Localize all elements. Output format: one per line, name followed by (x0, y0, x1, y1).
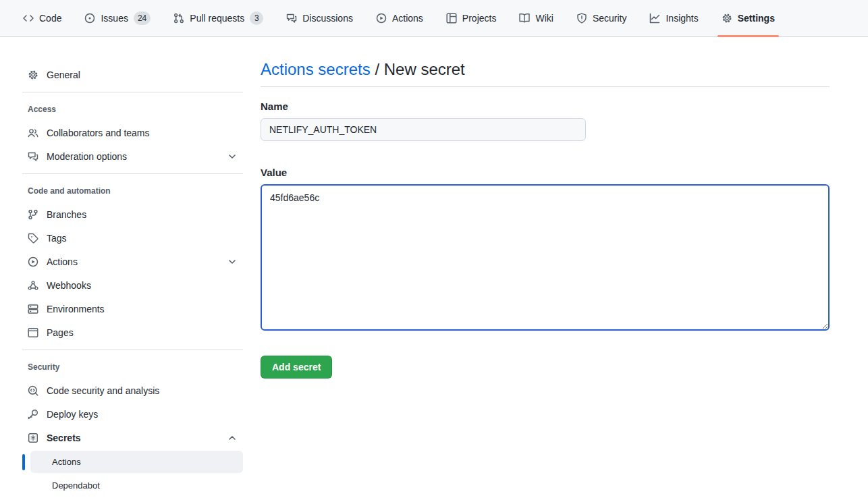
key-icon (28, 409, 38, 420)
git-pull-request-icon (173, 13, 184, 24)
sidebar-item-collaborators-and-teams[interactable]: Collaborators and teams (22, 122, 243, 143)
value-field-label: Value (261, 167, 830, 178)
gear-icon (28, 70, 38, 80)
add-secret-button[interactable]: Add secret (261, 356, 332, 379)
tab-security[interactable]: Security (570, 0, 634, 36)
play-icon (376, 13, 387, 24)
actions-secrets-breadcrumb-link[interactable]: Actions secrets (261, 60, 371, 78)
tab-label: Discussions (302, 13, 353, 24)
sidebar-item-webhooks[interactable]: Webhooks (22, 275, 243, 296)
sidebar-item-label: Actions (47, 256, 78, 267)
tab-label: Insights (666, 13, 698, 24)
heading-divider (261, 86, 830, 87)
sidebar-item-secrets[interactable]: Secrets (22, 427, 243, 448)
settings-sidebar: General Access Collaborators and teams M… (22, 37, 243, 500)
sidebar-section-title-security: Security (22, 360, 243, 374)
tab-wiki[interactable]: Wiki (512, 0, 560, 36)
page-title: Actions secrets / New secret (261, 59, 830, 80)
issues-count-badge: 24 (134, 11, 151, 25)
sidebar-item-actions[interactable]: Actions (22, 251, 243, 272)
comment-discussion-icon (286, 13, 297, 24)
tab-label: Issues (101, 13, 128, 24)
sidebar-item-tags[interactable]: Tags (22, 227, 243, 248)
sidebar-section-title-code-automation: Code and automation (22, 184, 243, 198)
tab-label: Settings (738, 13, 775, 24)
sidebar-item-label: Moderation options (47, 151, 127, 162)
sidebar-divider (22, 173, 243, 174)
git-branch-icon (28, 209, 38, 220)
graph-icon (649, 13, 660, 24)
sidebar-item-label: Dependabot (52, 480, 100, 491)
tab-label: Projects (462, 13, 497, 24)
main-content: Actions secrets / New secret Name Value … (243, 37, 868, 500)
sidebar-item-pages[interactable]: Pages (22, 322, 243, 343)
name-field-label: Name (261, 101, 830, 112)
sidebar-item-label: Collaborators and teams (47, 128, 150, 138)
tab-actions[interactable]: Actions (369, 0, 430, 36)
sidebar-subitem-actions-secrets[interactable]: Actions (30, 451, 243, 473)
tab-settings[interactable]: Settings (715, 0, 782, 36)
tab-label: Actions (392, 13, 423, 24)
tab-label: Code (39, 13, 61, 24)
breadcrumb-separator: / (371, 60, 384, 78)
tab-label: Security (593, 13, 627, 24)
sidebar-divider (22, 92, 243, 92)
play-icon (28, 256, 38, 267)
secret-name-input[interactable] (261, 118, 586, 141)
sidebar-item-label: Webhooks (47, 280, 91, 291)
sidebar-item-code-security-and-analysis[interactable]: Code security and analysis (22, 380, 243, 401)
chevron-down-icon (227, 151, 238, 162)
tab-insights[interactable]: Insights (643, 0, 705, 36)
secret-value-textarea[interactable]: 45fd6ae56c (261, 184, 830, 331)
shield-icon (576, 13, 587, 24)
sidebar-item-label: Deploy keys (47, 409, 98, 420)
sidebar-item-moderation-options[interactable]: Moderation options (22, 146, 243, 167)
server-icon (28, 304, 38, 314)
table-icon (446, 13, 457, 24)
tab-label: Wiki (535, 13, 553, 24)
sidebar-item-label: General (47, 70, 80, 80)
webhook-icon (28, 280, 38, 291)
comment-discussion-icon (28, 151, 38, 162)
sidebar-item-deploy-keys[interactable]: Deploy keys (22, 404, 243, 424)
chevron-up-icon (227, 433, 238, 443)
sidebar-item-general[interactable]: General (22, 64, 243, 85)
sidebar-item-environments[interactable]: Environments (22, 298, 243, 319)
repo-nav: Code Issues 24 Pull requests 3 Discussio… (0, 0, 868, 37)
pull-requests-count-badge: 3 (250, 11, 263, 25)
sidebar-item-branches[interactable]: Branches (22, 204, 243, 225)
issue-opened-icon (84, 13, 95, 24)
gear-icon (722, 13, 732, 24)
sidebar-item-label: Tags (47, 233, 67, 244)
browser-icon (28, 327, 38, 338)
sidebar-item-label: Environments (47, 304, 105, 314)
chevron-down-icon (227, 256, 238, 267)
breadcrumb-current: New secret (384, 60, 465, 78)
tag-icon (28, 233, 38, 244)
secret-asterisk-icon (28, 433, 38, 443)
code-icon (23, 13, 34, 24)
tab-label: Pull requests (190, 13, 244, 24)
sidebar-subitem-dependabot-secrets[interactable]: Dependabot (30, 474, 243, 497)
people-icon (28, 128, 38, 138)
sidebar-item-label: Pages (47, 327, 74, 338)
sidebar-item-label: Actions (52, 457, 81, 467)
sidebar-item-label: Secrets (47, 433, 81, 443)
sidebar-item-label: Branches (47, 209, 86, 220)
tab-pull-requests[interactable]: Pull requests 3 (167, 0, 270, 36)
sidebar-divider (22, 350, 243, 350)
tab-issues[interactable]: Issues 24 (78, 0, 157, 36)
codescan-icon (28, 385, 38, 396)
tab-projects[interactable]: Projects (439, 0, 504, 36)
sidebar-section-title-access: Access (22, 102, 243, 117)
tab-code[interactable]: Code (16, 0, 68, 36)
book-icon (519, 13, 530, 24)
tab-discussions[interactable]: Discussions (279, 0, 360, 36)
sidebar-item-label: Code security and analysis (47, 385, 159, 396)
